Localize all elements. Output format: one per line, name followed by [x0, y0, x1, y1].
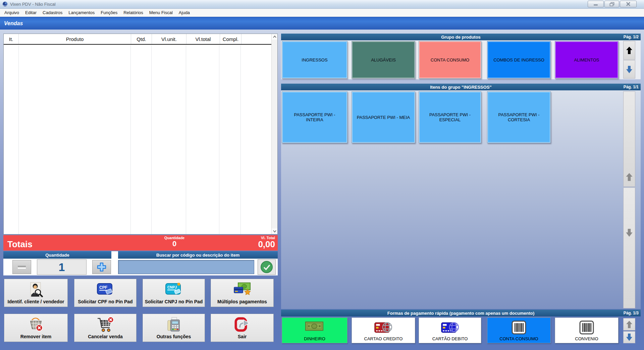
group-items-page-indicator: Pág. 1/1 — [624, 85, 639, 89]
totals-value: Vl. Total 0,00 — [258, 236, 275, 249]
menu-arquivo[interactable]: Arquivo — [1, 9, 22, 17]
quantity-minus-button[interactable] — [12, 260, 31, 274]
group-button-ingressos[interactable]: INGRESSOS — [282, 41, 347, 79]
minus-icon — [18, 266, 26, 269]
arrow-down-icon — [626, 333, 633, 342]
cnpj-card-icon: CNPJ — [165, 282, 183, 297]
identify-customer-button[interactable]: Identif. cliente / vendedor — [4, 279, 68, 307]
action-button-label: Remover item — [20, 334, 52, 339]
chevron-down-icon — [273, 230, 276, 232]
exit-button[interactable]: Sair — [211, 314, 274, 342]
column-header-qtd: Qtd. — [131, 34, 152, 44]
payment-button-convenio[interactable]: CONVENIO — [555, 317, 619, 343]
quantity-plus-button[interactable] — [92, 260, 111, 274]
restore-button[interactable] — [604, 1, 619, 7]
arrow-up-icon — [625, 172, 633, 182]
item-button-passaporte-cortesia[interactable]: PASSAPORTE PWI - CORTESIA — [487, 91, 551, 143]
credit-card-blue-icon — [441, 320, 460, 334]
column-header-produto: Produto — [19, 34, 131, 44]
payment-button-label: CARTÃO DEBITO — [432, 336, 468, 341]
close-icon — [626, 2, 631, 6]
vixen-pdv-window: Vixen PDV - Não Fiscal Arquivo Editar Ca… — [0, 0, 644, 350]
entry-strip: Quantidade Buscar por código ou descriçã… — [3, 251, 278, 275]
payment-button-label: CONTA CONSUMO — [499, 336, 538, 341]
quantity-value-field[interactable]: 1 — [37, 259, 87, 275]
svg-text:CNPJ: CNPJ — [167, 285, 177, 289]
column-header-vlunit: Vl.unit. — [152, 34, 186, 44]
barcode-icon — [511, 320, 527, 335]
menu-relatorios[interactable]: Relatórios — [120, 9, 146, 17]
other-functions-button[interactable]: Outras funções — [143, 314, 205, 342]
group-button-alimentos[interactable]: ALIMENTOS — [555, 41, 619, 79]
column-header-vltotal: Vl.total — [186, 34, 220, 44]
group-button-conta-consumo[interactable]: CONTA CONSUMO — [419, 41, 481, 79]
table-scrollbar[interactable] — [271, 34, 277, 234]
scroll-up-button[interactable] — [272, 34, 277, 40]
item-button-passaporte-especial[interactable]: PASSAPORTE PWI - ESPECIAL — [419, 91, 481, 143]
arrow-down-icon — [626, 65, 633, 74]
cancel-sale-button[interactable]: Cancelar venda — [74, 314, 137, 342]
title-bar: Vixen PDV - Não Fiscal — [0, 0, 644, 9]
search-confirm-button[interactable] — [258, 259, 276, 275]
chevron-up-icon — [273, 36, 276, 38]
action-button-label: Múltiplos pagamentos — [217, 299, 267, 304]
action-button-label: Outras funções — [157, 334, 191, 339]
totals-quantity: Quantidade 0 — [144, 236, 205, 248]
group-button-alugaveis[interactable]: ALUGÁVEIS — [352, 41, 415, 79]
item-button-passaporte-meia[interactable]: PASSAPORTE PWI - MEIA — [352, 91, 415, 143]
groups-page-down-button[interactable] — [623, 60, 635, 79]
restore-icon — [609, 2, 614, 6]
menu-cadastros[interactable]: Cadastros — [40, 9, 65, 17]
window-title: Vixen PDV - Não Fiscal — [10, 2, 56, 7]
remove-basket-icon — [28, 317, 44, 332]
quick-payments-page-indicator: Pág. 1/3 — [624, 311, 639, 315]
multiple-payments-button[interactable]: Múltiplos pagamentos — [211, 279, 274, 307]
payment-button-conta-consumo[interactable]: CONTA CONSUMO — [487, 317, 551, 343]
totals-title: Totais — [7, 239, 33, 250]
product-groups-header: Grupo de produtos Pág. 1/2 — [281, 34, 641, 40]
items-page-down-button[interactable] — [623, 187, 635, 308]
arrow-up-icon — [626, 46, 633, 55]
item-button-passaporte-inteira[interactable]: PASSAPORTE PWI - INTEIRA — [282, 91, 347, 143]
customer-search-icon — [28, 282, 44, 298]
payments-page-down-button[interactable] — [623, 331, 635, 343]
scroll-down-button[interactable] — [272, 228, 277, 234]
search-input[interactable] — [118, 260, 254, 274]
terminal-icon — [166, 317, 181, 332]
items-page-up-button[interactable] — [623, 91, 635, 187]
menu-funcoes[interactable]: Funções — [98, 9, 120, 17]
credit-card-red-icon — [374, 320, 393, 334]
remove-item-button[interactable]: Remover item — [4, 314, 68, 342]
menu-ajuda[interactable]: Ajuda — [176, 9, 193, 17]
column-header-it: It. — [4, 34, 19, 44]
multiple-payments-icon — [233, 282, 252, 297]
close-button[interactable] — [620, 1, 637, 7]
payment-button-cartao-debito[interactable]: CARTÃO DEBITO — [419, 317, 481, 343]
action-button-label: Solicitar CPF no Pin Pad — [78, 299, 132, 304]
table-header-row: It. Produto Qtd. Vl.unit. Vl.total Compl… — [4, 34, 277, 45]
action-button-label: Cancelar venda — [88, 334, 123, 339]
group-button-combos-de-ingresso[interactable]: COMBOS DE INGRESSO — [487, 41, 551, 79]
barcode-icon — [579, 320, 594, 335]
payment-button-cartao-credito[interactable]: CARTAO CREDITO — [352, 317, 415, 343]
search-header: Buscar por código ou descrição do item — [118, 251, 278, 259]
request-cnpj-button[interactable]: CNPJ Solicitar CNPJ no Pin Pad — [143, 279, 205, 307]
table-body-empty — [4, 45, 271, 234]
sale-items-table: It. Produto Qtd. Vl.unit. Vl.total Compl… — [3, 34, 278, 234]
cpf-card-icon: CPF — [96, 282, 114, 297]
totals-value-amount: 0,00 — [258, 240, 275, 249]
payment-button-dinheiro[interactable]: DINHEIRO — [282, 317, 347, 343]
request-cpf-button[interactable]: CPF Solicitar CPF no Pin Pad — [74, 279, 137, 307]
menu-editar[interactable]: Editar — [22, 9, 40, 17]
view-title: Vendas — [4, 20, 23, 27]
totals-quantity-value: 0 — [144, 240, 205, 248]
menu-lancamentos[interactable]: Lançamentos — [65, 9, 98, 17]
minimize-button[interactable] — [588, 1, 604, 7]
groups-page-up-button[interactable] — [623, 41, 635, 60]
payments-page-up-button[interactable] — [623, 318, 635, 331]
payment-button-label: CARTAO CREDITO — [364, 336, 403, 341]
app-logo-icon — [2, 1, 8, 7]
quantity-header: Quantidade — [3, 251, 111, 259]
menu-menu-fiscal[interactable]: Menu Fiscal — [146, 9, 176, 17]
svg-text:CPF: CPF — [99, 285, 107, 290]
